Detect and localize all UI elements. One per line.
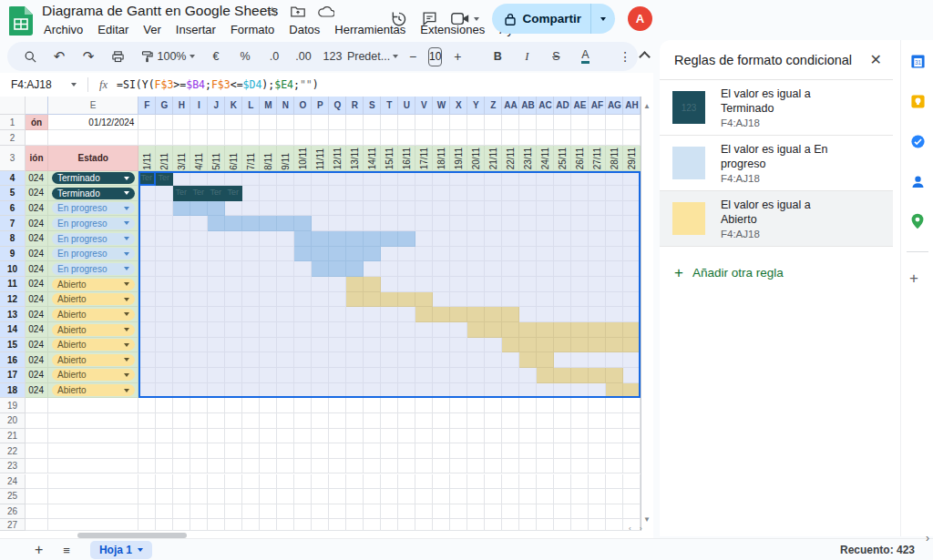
grid-cell[interactable] (277, 231, 294, 247)
grid-cell[interactable] (364, 443, 381, 459)
grid-cell[interactable] (138, 115, 156, 130)
grid-cell[interactable] (519, 489, 537, 504)
grid-cell[interactable] (138, 383, 156, 399)
grid-cell[interactable] (485, 277, 502, 292)
grid-cell[interactable] (450, 459, 467, 474)
grid-cell[interactable] (190, 519, 208, 531)
grid-cell[interactable] (571, 352, 589, 368)
gantt-bar-cell[interactable] (415, 307, 433, 322)
grid-cell[interactable] (415, 115, 433, 130)
grid-cell[interactable] (606, 201, 623, 217)
grid-cell[interactable] (450, 201, 467, 217)
grid-cell[interactable] (398, 368, 415, 383)
grid-cell[interactable] (554, 459, 571, 474)
column-header-P[interactable]: P (312, 97, 329, 115)
grid-cell[interactable] (329, 115, 346, 130)
gantt-bar-cell[interactable] (294, 231, 312, 247)
grid-cell[interactable] (502, 368, 519, 383)
grid-cell[interactable] (48, 398, 138, 413)
grid-cell[interactable] (398, 322, 415, 338)
grid-cell[interactable] (277, 292, 294, 308)
grid-cell[interactable] (242, 322, 260, 338)
grid-cell[interactable] (623, 429, 641, 444)
gantt-bar-cell[interactable] (277, 216, 294, 231)
grid-cell[interactable] (242, 383, 260, 399)
grid-cell[interactable] (381, 338, 398, 353)
gantt-bar-cell[interactable] (398, 292, 415, 308)
grid-cell[interactable] (589, 247, 606, 262)
grid-cell[interactable] (312, 383, 329, 399)
grid-cell[interactable] (623, 201, 641, 217)
grid-cell[interactable] (415, 489, 433, 504)
date-header-19/11[interactable]: 19/11 (450, 146, 467, 171)
grid-cell[interactable] (450, 277, 467, 292)
chip-dropdown-icon[interactable] (124, 328, 129, 331)
grid-cell[interactable] (294, 368, 312, 383)
grid-cell[interactable] (467, 247, 485, 262)
grid-cell[interactable] (346, 443, 364, 459)
chip-dropdown-icon[interactable] (124, 312, 129, 316)
grid-cell[interactable] (329, 322, 346, 338)
grid-cell[interactable] (433, 231, 450, 247)
grid-cell[interactable] (398, 338, 415, 353)
grid-cell[interactable] (571, 292, 589, 308)
grid-cell[interactable] (48, 429, 138, 444)
chip-dropdown-icon[interactable] (124, 373, 129, 377)
status-chip-open[interactable]: Abierto (52, 324, 135, 336)
row-header-5[interactable]: 5 (0, 186, 26, 201)
date-header-18/11[interactable]: 18/11 (433, 146, 450, 171)
grid-cell[interactable] (312, 398, 329, 413)
gantt-bar-cell[interactable] (260, 216, 277, 231)
date-header-27/11[interactable]: 27/11 (589, 146, 606, 171)
date-header-29/11[interactable]: 29/11 (623, 146, 641, 171)
grid-cell[interactable] (571, 398, 589, 413)
grid-cell[interactable] (225, 171, 242, 187)
grid-cell[interactable] (26, 398, 48, 413)
grid-cell[interactable] (519, 474, 537, 490)
grid-cell[interactable] (571, 247, 589, 262)
version-history-icon[interactable] (390, 10, 408, 28)
grid-cell[interactable] (242, 398, 260, 413)
grid-cell[interactable] (312, 489, 329, 504)
grid-cell[interactable] (398, 171, 415, 187)
grid-cell[interactable] (138, 338, 156, 353)
grid-cell[interactable] (398, 519, 415, 531)
grid-cell[interactable] (329, 186, 346, 201)
grid-cell[interactable] (381, 216, 398, 231)
grid-cell[interactable] (433, 352, 450, 368)
font-size-input[interactable]: 10 (428, 47, 442, 66)
grid-cell[interactable] (242, 338, 260, 353)
column-header-W[interactable]: W (433, 97, 450, 115)
date-header-7/11[interactable]: 7/11 (242, 146, 260, 171)
gantt-bar-cell[interactable]: Ter (138, 171, 156, 187)
stub-date-cell[interactable]: 024 (26, 338, 48, 353)
grid-cell[interactable] (329, 398, 346, 413)
increase-font-size-button[interactable]: + (444, 46, 471, 67)
gantt-bar-cell[interactable] (519, 352, 537, 368)
grid-cell[interactable] (225, 231, 242, 247)
gantt-bar-cell[interactable] (606, 322, 623, 338)
document-title[interactable]: Diagrama de Gantt en Google Sheets (42, 3, 278, 19)
row-header-16[interactable]: 16 (0, 352, 26, 368)
grid-cell[interactable] (173, 474, 190, 490)
grid-cell[interactable] (364, 504, 381, 520)
grid-cell[interactable] (208, 429, 225, 444)
date-header-4/11[interactable]: 4/11 (190, 146, 208, 171)
share-main[interactable]: Compartir (492, 4, 591, 34)
grid-cell[interactable] (571, 186, 589, 201)
grid-cell[interactable] (294, 115, 312, 130)
grid-cell[interactable] (208, 322, 225, 338)
grid-cell[interactable] (381, 201, 398, 217)
grid-cell[interactable] (519, 429, 537, 444)
grid-cell[interactable] (364, 489, 381, 504)
stub-date-cell[interactable]: 024 (26, 171, 48, 187)
print-icon[interactable] (104, 46, 131, 67)
gantt-bar-cell[interactable] (485, 322, 502, 338)
hscroll-left-arrow[interactable]: ‹ (629, 524, 631, 533)
row-header-19[interactable]: 19 (0, 398, 26, 413)
grid-cell[interactable] (623, 261, 641, 277)
grid-cell[interactable] (381, 277, 398, 292)
hide-menus-button[interactable] (641, 53, 649, 61)
grid-cell[interactable] (26, 504, 48, 520)
estado-cell-row17[interactable]: Abierto (48, 368, 138, 383)
